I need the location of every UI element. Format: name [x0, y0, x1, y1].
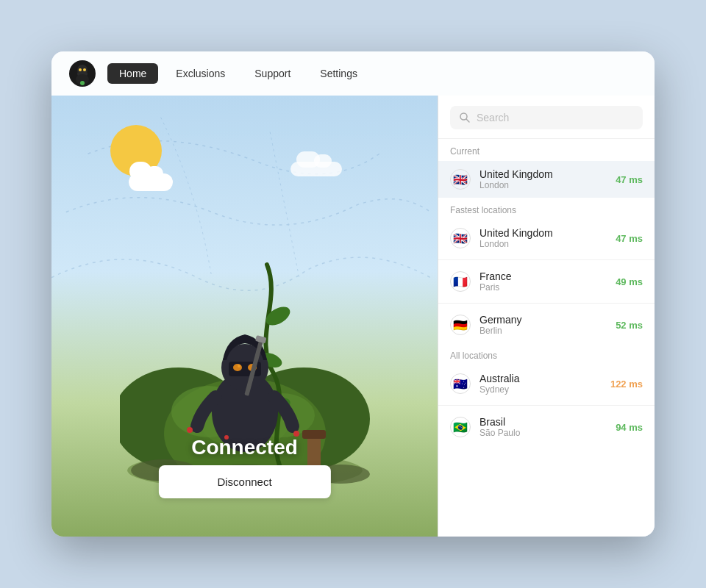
flag-icon-australia-sydney: 🇦🇺	[450, 373, 471, 394]
location-info-uk-london: United Kingdom London	[479, 227, 607, 249]
section-label-all: All locations	[438, 343, 655, 365]
location-city: Berlin	[479, 326, 607, 336]
list-divider	[438, 259, 655, 260]
location-ms: 94 ms	[616, 422, 643, 433]
flag-icon-brasil-sao-paulo: 🇧🇷	[450, 417, 471, 437]
location-city: Paris	[479, 282, 607, 293]
location-item-uk-london-current[interactable]: 🇬🇧 United Kingdom London 47 ms	[438, 161, 655, 198]
svg-point-4	[83, 68, 86, 71]
location-name: United Kingdom	[479, 168, 607, 180]
section-label-current: Current	[438, 139, 655, 161]
locations-container: Current 🇬🇧 United Kingdom London 47 ms F…	[438, 139, 655, 445]
location-city: Sydney	[479, 384, 602, 395]
search-input-wrap[interactable]	[450, 106, 643, 129]
location-info-uk-london-current: United Kingdom London	[479, 168, 607, 190]
main-content: Connected Disconnect Current 🇬🇧 Un	[51, 96, 655, 537]
location-item-uk-london[interactable]: 🇬🇧 United Kingdom London 47 ms	[438, 220, 655, 257]
svg-point-3	[79, 68, 82, 71]
sun	[110, 125, 176, 191]
app-window: Home Exclusions Support Settings	[51, 51, 655, 537]
list-divider	[438, 405, 655, 406]
svg-point-20	[233, 364, 242, 371]
svg-point-26	[187, 427, 193, 433]
navbar: Home Exclusions Support Settings	[51, 51, 655, 96]
svg-point-6	[80, 81, 85, 85]
svg-line-35	[466, 119, 469, 122]
nav-settings[interactable]: Settings	[308, 63, 369, 84]
location-info-brasil-sao-paulo: Brasil São Paulo	[479, 416, 607, 438]
location-name: Australia	[479, 373, 602, 384]
svg-rect-30	[302, 430, 326, 439]
cloud-small	[290, 154, 349, 176]
location-city: London	[479, 239, 607, 249]
location-name: United Kingdom	[479, 227, 607, 239]
location-ms: 47 ms	[616, 233, 643, 244]
location-info-france-paris: France Paris	[479, 270, 607, 293]
location-ms: 49 ms	[616, 276, 643, 287]
location-item-france-paris[interactable]: 🇫🇷 France Paris 49 ms	[438, 263, 655, 300]
flag-icon-france-paris: 🇫🇷	[450, 271, 471, 292]
search-input[interactable]	[477, 112, 634, 123]
location-name: Brasil	[479, 416, 607, 428]
location-ms: 47 ms	[616, 174, 643, 185]
location-info-australia-sydney: Australia Sydney	[479, 373, 602, 395]
section-label-fastest: Fastest locations	[438, 198, 655, 220]
nav-exclusions[interactable]: Exclusions	[164, 63, 237, 84]
app-logo	[69, 60, 96, 87]
nav-support[interactable]: Support	[243, 63, 302, 84]
search-icon	[459, 112, 471, 123]
location-item-australia-sydney[interactable]: 🇦🇺 Australia Sydney 122 ms	[438, 365, 655, 402]
location-name: Germany	[479, 314, 607, 326]
location-city: London	[479, 180, 607, 190]
nav-home[interactable]: Home	[107, 63, 158, 84]
location-item-brasil-sao-paulo[interactable]: 🇧🇷 Brasil São Paulo 94 ms	[438, 409, 655, 445]
location-name: France	[479, 270, 607, 282]
left-panel: Connected Disconnect	[51, 96, 438, 537]
location-ms: 122 ms	[610, 379, 643, 390]
flag-icon-uk-london: 🇬🇧	[450, 228, 471, 248]
location-city: São Paulo	[479, 428, 607, 438]
connection-status: Connected	[191, 436, 298, 459]
list-divider	[438, 303, 655, 304]
flag-icon-germany-berlin: 🇩🇪	[450, 315, 471, 335]
right-panel: Current 🇬🇧 United Kingdom London 47 ms F…	[438, 96, 655, 537]
flag-icon-uk-london-current: 🇬🇧	[450, 169, 471, 190]
search-bar	[438, 96, 655, 139]
disconnect-button[interactable]: Disconnect	[158, 465, 330, 498]
location-item-germany-berlin[interactable]: 🇩🇪 Germany Berlin 52 ms	[438, 306, 655, 343]
svg-point-22	[238, 365, 240, 368]
location-ms: 52 ms	[616, 320, 643, 331]
location-info-germany-berlin: Germany Berlin	[479, 314, 607, 336]
